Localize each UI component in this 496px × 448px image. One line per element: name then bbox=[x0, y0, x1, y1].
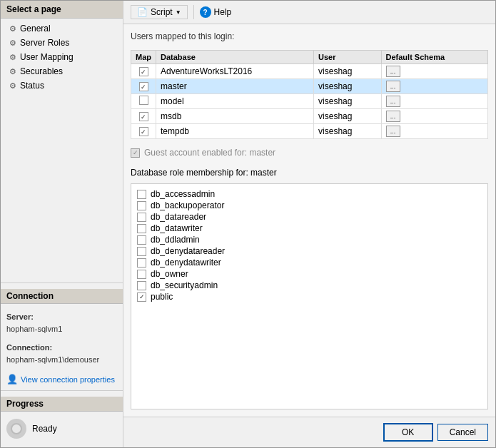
table-row[interactable]: tempdbviseshag... bbox=[131, 124, 488, 139]
user-mapping-icon: ⚙ bbox=[9, 53, 16, 62]
server-value: hopham-sqlvm1 bbox=[6, 325, 62, 333]
help-icon: ? bbox=[200, 6, 211, 18]
securables-icon: ⚙ bbox=[9, 67, 16, 76]
map-checkbox[interactable] bbox=[139, 67, 148, 76]
map-cell bbox=[131, 124, 156, 139]
col-header-database: Database bbox=[156, 51, 314, 64]
sidebar-item-label-server-roles: Server Roles bbox=[20, 38, 69, 48]
db-role-item[interactable]: db_denydatareader bbox=[136, 245, 483, 257]
role-label: db_accessadmin bbox=[151, 189, 215, 199]
role-checkbox[interactable] bbox=[137, 292, 146, 302]
db-role-item[interactable]: db_denydatawriter bbox=[136, 257, 483, 268]
map-checkbox[interactable] bbox=[139, 127, 148, 136]
cancel-button[interactable]: Cancel bbox=[437, 424, 488, 441]
map-checkbox[interactable] bbox=[139, 96, 148, 105]
role-checkbox[interactable] bbox=[137, 213, 146, 222]
user-mapping-table: Map Database User Default Schema Adventu… bbox=[131, 50, 488, 139]
guest-account-label: Guest account enabled for: master bbox=[144, 148, 275, 158]
schema-ellipsis-button[interactable]: ... bbox=[386, 111, 400, 122]
user-cell: viseshag bbox=[314, 94, 381, 109]
schema-ellipsis-button[interactable]: ... bbox=[386, 96, 400, 107]
role-label: db_ddladmin bbox=[151, 235, 200, 245]
map-cell bbox=[131, 109, 156, 124]
wrench-icon: ⚙ bbox=[9, 24, 16, 34]
progress-status: Ready bbox=[32, 424, 57, 434]
map-checkbox[interactable] bbox=[139, 112, 148, 121]
connection-value: hopham-sqlvm1\demouser bbox=[6, 355, 99, 364]
db-role-item[interactable]: public bbox=[136, 291, 483, 302]
connection-string-info: Connection: hopham-sqlvm1\demouser bbox=[6, 339, 117, 370]
table-row[interactable]: msdbviseshag... bbox=[131, 109, 488, 124]
sidebar-item-user-mapping[interactable]: ⚙ User Mapping bbox=[1, 50, 123, 64]
status-icon: ⚙ bbox=[9, 81, 16, 91]
table-row[interactable]: modelviseshag... bbox=[131, 94, 488, 109]
sidebar-item-server-roles[interactable]: ⚙ Server Roles bbox=[1, 36, 123, 50]
schema-cell: ... bbox=[381, 79, 487, 94]
col-header-map: Map bbox=[131, 51, 156, 64]
map-cell bbox=[131, 64, 156, 79]
database-cell: model bbox=[156, 94, 314, 109]
role-checkbox[interactable] bbox=[137, 270, 146, 279]
server-label: Server: bbox=[6, 311, 117, 324]
script-label: Script bbox=[151, 7, 173, 17]
sidebar-item-status[interactable]: ⚙ Status bbox=[1, 78, 123, 93]
left-panel: Select a page ⚙ General ⚙ Server Roles ⚙… bbox=[1, 1, 123, 447]
db-role-item[interactable]: db_securityadmin bbox=[136, 280, 483, 291]
login-properties-dialog: Select a page ⚙ General ⚙ Server Roles ⚙… bbox=[0, 0, 496, 448]
db-role-item[interactable]: db_datawriter bbox=[136, 223, 483, 234]
progress-section: Progress Ready bbox=[1, 390, 123, 447]
col-header-user: User bbox=[314, 51, 381, 64]
database-cell: tempdb bbox=[156, 124, 314, 139]
db-role-item[interactable]: db_backupoperator bbox=[136, 200, 483, 211]
map-checkbox[interactable] bbox=[139, 82, 148, 91]
db-role-item[interactable]: db_ddladmin bbox=[136, 234, 483, 245]
map-cell bbox=[131, 94, 156, 109]
role-label: db_backupoperator bbox=[151, 200, 224, 210]
role-checkbox[interactable] bbox=[137, 190, 146, 199]
sidebar-item-securables[interactable]: ⚙ Securables bbox=[1, 64, 123, 78]
role-checkbox[interactable] bbox=[137, 201, 146, 210]
database-cell: AdventureWorksLT2016 bbox=[156, 64, 314, 79]
right-panel: 📄 Script ▼ ? Help Users mapped to this l… bbox=[123, 1, 495, 447]
progress-spinner bbox=[6, 419, 26, 439]
db-role-item[interactable]: db_datareader bbox=[136, 211, 483, 223]
role-checkbox[interactable] bbox=[137, 258, 146, 268]
guest-account-checkbox[interactable] bbox=[131, 148, 140, 158]
schema-ellipsis-button[interactable]: ... bbox=[386, 126, 400, 137]
database-cell: msdb bbox=[156, 109, 314, 124]
script-button[interactable]: 📄 Script ▼ bbox=[131, 5, 188, 19]
dialog-body: Select a page ⚙ General ⚙ Server Roles ⚙… bbox=[1, 1, 495, 447]
role-label: db_owner bbox=[151, 269, 188, 279]
schema-cell: ... bbox=[381, 124, 487, 139]
role-checkbox[interactable] bbox=[137, 247, 146, 256]
help-button[interactable]: ? Help bbox=[200, 6, 232, 18]
ok-button[interactable]: OK bbox=[383, 423, 433, 442]
script-dropdown-icon: ▼ bbox=[176, 9, 181, 16]
sidebar-item-label-general: General bbox=[20, 24, 51, 34]
db-role-item[interactable]: db_accessadmin bbox=[136, 188, 483, 200]
table-row[interactable]: masterviseshag... bbox=[131, 79, 488, 94]
connection-label: Connection: bbox=[6, 342, 117, 355]
schema-cell: ... bbox=[381, 64, 487, 79]
script-icon: 📄 bbox=[137, 7, 148, 17]
spinner-inner bbox=[11, 423, 22, 434]
sidebar-item-label-status: Status bbox=[20, 81, 44, 91]
view-connection-link[interactable]: 👤 View connection properties bbox=[6, 374, 117, 385]
table-row[interactable]: AdventureWorksLT2016viseshag... bbox=[131, 64, 488, 79]
user-cell: viseshag bbox=[314, 124, 381, 139]
database-cell: master bbox=[156, 79, 314, 94]
schema-cell: ... bbox=[381, 94, 487, 109]
role-checkbox[interactable] bbox=[137, 235, 146, 245]
user-cell: viseshag bbox=[314, 109, 381, 124]
db-role-box: db_accessadmindb_backupoperatordb_datare… bbox=[131, 183, 488, 409]
schema-ellipsis-button[interactable]: ... bbox=[386, 81, 400, 92]
nav-list: ⚙ General ⚙ Server Roles ⚙ User Mapping … bbox=[1, 19, 123, 96]
sidebar-item-general[interactable]: ⚙ General bbox=[1, 21, 123, 36]
role-checkbox[interactable] bbox=[137, 224, 146, 233]
view-link-label: View connection properties bbox=[21, 375, 115, 384]
server-icon: ⚙ bbox=[9, 39, 16, 48]
progress-title: Progress bbox=[1, 397, 123, 412]
role-checkbox[interactable] bbox=[137, 281, 146, 290]
db-role-item[interactable]: db_owner bbox=[136, 268, 483, 280]
schema-ellipsis-button[interactable]: ... bbox=[386, 66, 400, 77]
